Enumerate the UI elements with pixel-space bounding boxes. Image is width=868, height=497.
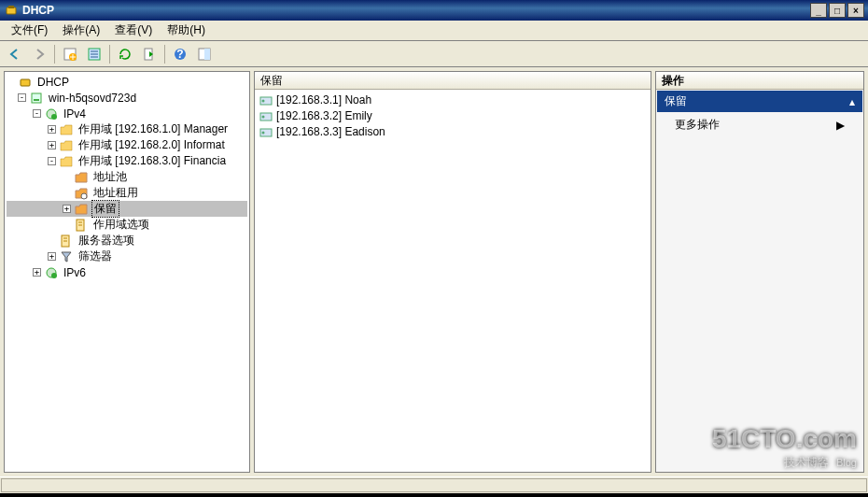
list-pane: 保留 [192.168.3.1] Noah [192.168.3.2] Emil… — [254, 71, 651, 473]
client-area: DHCP - win-h5qsovd723d - IPv4 + 作用域 [192… — [0, 67, 868, 476]
properties-button[interactable] — [83, 43, 105, 65]
svg-point-23 — [262, 115, 265, 118]
folder-sub-icon — [74, 202, 89, 217]
tree-server-options[interactable]: 服务器选项 — [7, 233, 247, 248]
list-item[interactable]: [192.168.3.1] Noah — [257, 92, 649, 107]
svg-point-15 — [81, 193, 87, 199]
menu-file[interactable]: 文件(F) — [4, 21, 55, 40]
expander-icon[interactable]: + — [48, 252, 56, 261]
ipv4-icon — [44, 106, 59, 121]
tree-ipv6[interactable]: + IPv6 — [7, 264, 247, 280]
close-button[interactable]: × — [847, 3, 864, 18]
help-button[interactable]: ? — [169, 43, 191, 65]
action-more[interactable]: 更多操作 ▶ — [656, 113, 863, 136]
window-buttons: _ □ × — [810, 3, 864, 18]
options-icon — [59, 234, 74, 248]
tree-pane: DHCP - win-h5qsovd723d - IPv4 + 作用域 [192… — [4, 71, 250, 473]
tree-filters[interactable]: + 筛选器 — [7, 248, 247, 264]
menu-bar: 文件(F) 操作(A) 查看(V) 帮助(H) — [0, 21, 868, 41]
svg-point-21 — [262, 99, 265, 102]
options-icon — [74, 218, 89, 233]
menu-help[interactable]: 帮助(H) — [160, 21, 213, 40]
menu-action[interactable]: 操作(A) — [55, 21, 107, 40]
folder-icon — [59, 154, 74, 169]
tree-server[interactable]: - win-h5qsovd723d — [7, 90, 247, 106]
add-button[interactable] — [59, 43, 81, 65]
list-body: [192.168.3.1] Noah [192.168.3.2] Emily [… — [255, 90, 651, 141]
list-item[interactable]: [192.168.3.3] Eadison — [257, 123, 649, 139]
svg-point-25 — [262, 131, 265, 134]
tree-scope-2[interactable]: + 作用域 [192.168.2.0] Informat — [7, 137, 247, 153]
actions-category[interactable]: 保留 ▴ — [657, 91, 862, 112]
tree-ipv4[interactable]: - IPv4 — [7, 106, 247, 121]
minimize-button[interactable]: _ — [810, 3, 827, 18]
folder-sub-icon — [74, 170, 89, 185]
svg-rect-11 — [32, 93, 41, 103]
list-item[interactable]: [192.168.3.2] Emily — [257, 107, 649, 123]
svg-rect-1 — [8, 6, 14, 8]
refresh-button[interactable] — [114, 43, 136, 65]
expander-icon[interactable]: - — [33, 109, 41, 118]
actions-pane: 操作 保留 ▴ 更多操作 ▶ — [655, 71, 864, 473]
expander-icon[interactable]: + — [63, 205, 71, 213]
status-cell — [1, 478, 867, 492]
svg-text:?: ? — [176, 48, 183, 61]
maximize-button[interactable]: □ — [829, 3, 846, 18]
folder-icon — [59, 138, 74, 153]
list-header[interactable]: 保留 — [255, 72, 651, 90]
action-pane-button[interactable] — [193, 43, 216, 65]
svg-rect-9 — [204, 49, 210, 60]
collapse-icon: ▴ — [849, 95, 855, 108]
dhcp-icon — [18, 75, 33, 90]
reservation-icon — [259, 124, 273, 139]
svg-point-19 — [51, 273, 57, 278]
forward-button[interactable] — [28, 43, 50, 65]
title-bar: DHCP _ □ × — [0, 0, 868, 21]
tree-scope-options[interactable]: 作用域选项 — [7, 217, 247, 233]
folder-icon — [59, 122, 74, 137]
tree-address-pool[interactable]: 地址池 — [7, 169, 247, 185]
folder-sub-icon — [74, 186, 89, 201]
app-icon — [4, 3, 19, 18]
tool-bar: ? — [0, 41, 868, 67]
menu-view[interactable]: 查看(V) — [107, 21, 160, 40]
filter-icon — [59, 249, 74, 264]
expander-icon[interactable]: + — [48, 125, 56, 134]
server-icon — [29, 91, 44, 106]
expander-icon[interactable]: - — [48, 157, 56, 165]
export-button[interactable] — [138, 43, 161, 65]
actions-header: 操作 — [656, 72, 863, 90]
tree-scope-1[interactable]: + 作用域 [192.168.1.0] Manager — [7, 121, 247, 137]
reservation-icon — [259, 92, 273, 107]
svg-point-14 — [51, 114, 57, 120]
tree-leases[interactable]: 地址租用 — [7, 185, 247, 201]
tree-root-dhcp[interactable]: DHCP — [7, 74, 247, 90]
reservation-icon — [259, 108, 273, 123]
expander-icon[interactable]: + — [33, 268, 41, 277]
tree-reservations[interactable]: + 保留 — [7, 201, 247, 217]
toolbar-separator — [54, 45, 55, 64]
chevron-right-icon: ▶ — [836, 119, 845, 132]
expander-icon[interactable]: + — [48, 141, 56, 149]
ipv6-icon — [44, 265, 59, 280]
status-bar — [0, 476, 868, 493]
svg-rect-12 — [34, 99, 39, 101]
expander-icon[interactable]: - — [18, 93, 26, 102]
window-title: DHCP — [22, 4, 810, 17]
tree-scope-3[interactable]: - 作用域 [192.168.3.0] Financia — [7, 153, 247, 169]
svg-rect-10 — [21, 79, 30, 86]
toolbar-separator — [164, 45, 165, 64]
back-button[interactable] — [4, 43, 26, 65]
svg-rect-0 — [7, 7, 16, 14]
tree: DHCP - win-h5qsovd723d - IPv4 + 作用域 [192… — [5, 72, 249, 282]
toolbar-separator — [109, 45, 110, 64]
